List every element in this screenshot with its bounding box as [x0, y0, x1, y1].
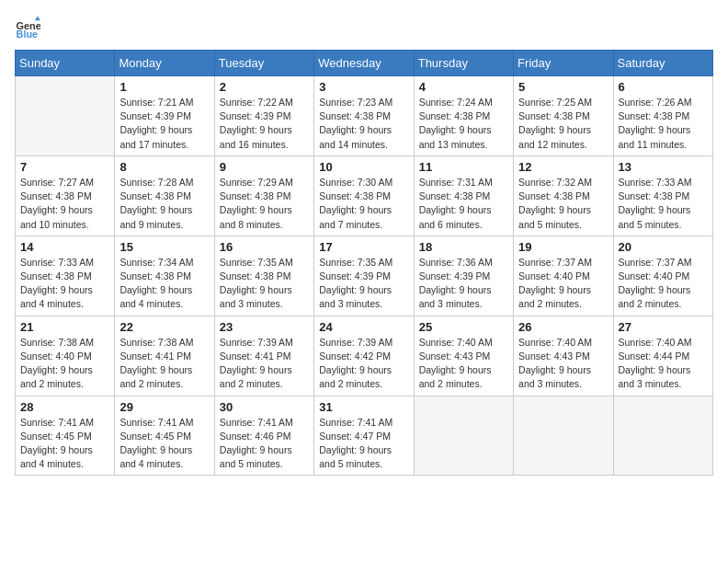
day-number: 18	[419, 240, 508, 254]
calendar-cell: 9Sunrise: 7:29 AM Sunset: 4:38 PM Daylig…	[214, 155, 313, 236]
day-number: 31	[319, 400, 408, 414]
calendar-cell: 14Sunrise: 7:33 AM Sunset: 4:38 PM Dayli…	[16, 236, 115, 316]
day-info: Sunrise: 7:35 AM Sunset: 4:38 PM Dayligh…	[220, 256, 309, 312]
calendar-header-row: SundayMondayTuesdayWednesdayThursdayFrid…	[16, 51, 713, 76]
day-info: Sunrise: 7:31 AM Sunset: 4:38 PM Dayligh…	[419, 176, 508, 232]
day-of-week-header: Thursday	[414, 51, 513, 76]
day-of-week-header: Saturday	[613, 51, 712, 76]
calendar-cell: 4Sunrise: 7:24 AM Sunset: 4:38 PM Daylig…	[414, 76, 513, 156]
calendar-cell: 24Sunrise: 7:39 AM Sunset: 4:42 PM Dayli…	[314, 316, 414, 396]
day-number: 25	[419, 320, 508, 334]
calendar-cell	[16, 76, 115, 156]
calendar-cell: 15Sunrise: 7:34 AM Sunset: 4:38 PM Dayli…	[115, 236, 214, 316]
day-info: Sunrise: 7:22 AM Sunset: 4:39 PM Dayligh…	[220, 96, 309, 152]
day-info: Sunrise: 7:29 AM Sunset: 4:38 PM Dayligh…	[220, 176, 309, 232]
logo: General Blue	[15, 15, 44, 40]
day-number: 27	[619, 320, 708, 334]
calendar-cell: 13Sunrise: 7:33 AM Sunset: 4:38 PM Dayli…	[613, 155, 712, 236]
day-number: 3	[319, 80, 408, 94]
day-number: 23	[220, 320, 309, 334]
day-number: 2	[220, 80, 309, 94]
calendar-week-row: 1Sunrise: 7:21 AM Sunset: 4:39 PM Daylig…	[16, 76, 713, 156]
page-header: General Blue	[15, 15, 713, 40]
calendar-cell: 19Sunrise: 7:37 AM Sunset: 4:40 PM Dayli…	[514, 236, 613, 316]
calendar-cell: 23Sunrise: 7:39 AM Sunset: 4:41 PM Dayli…	[214, 316, 313, 396]
day-info: Sunrise: 7:26 AM Sunset: 4:38 PM Dayligh…	[619, 96, 708, 152]
day-info: Sunrise: 7:41 AM Sunset: 4:47 PM Dayligh…	[319, 416, 408, 472]
calendar-cell	[514, 396, 613, 476]
calendar-cell: 29Sunrise: 7:41 AM Sunset: 4:45 PM Dayli…	[115, 396, 214, 476]
day-number: 6	[619, 80, 708, 94]
calendar-table: SundayMondayTuesdayWednesdayThursdayFrid…	[15, 50, 713, 476]
day-number: 20	[619, 240, 708, 254]
day-info: Sunrise: 7:36 AM Sunset: 4:39 PM Dayligh…	[419, 256, 508, 312]
day-number: 17	[319, 240, 408, 254]
day-number: 4	[419, 80, 508, 94]
day-of-week-header: Wednesday	[314, 51, 414, 76]
day-number: 10	[319, 160, 408, 174]
day-info: Sunrise: 7:40 AM Sunset: 4:43 PM Dayligh…	[419, 336, 508, 392]
day-number: 16	[220, 240, 309, 254]
day-number: 8	[119, 160, 209, 174]
day-number: 15	[119, 240, 209, 254]
calendar-cell: 20Sunrise: 7:37 AM Sunset: 4:40 PM Dayli…	[613, 236, 712, 316]
calendar-cell: 18Sunrise: 7:36 AM Sunset: 4:39 PM Dayli…	[414, 236, 513, 316]
day-info: Sunrise: 7:40 AM Sunset: 4:43 PM Dayligh…	[518, 336, 608, 392]
calendar-cell: 30Sunrise: 7:41 AM Sunset: 4:46 PM Dayli…	[214, 396, 313, 476]
calendar-cell: 16Sunrise: 7:35 AM Sunset: 4:38 PM Dayli…	[214, 236, 313, 316]
calendar-week-row: 7Sunrise: 7:27 AM Sunset: 4:38 PM Daylig…	[16, 155, 713, 236]
day-number: 9	[220, 160, 309, 174]
day-info: Sunrise: 7:23 AM Sunset: 4:38 PM Dayligh…	[319, 96, 408, 152]
day-info: Sunrise: 7:27 AM Sunset: 4:38 PM Dayligh…	[20, 176, 109, 232]
calendar-cell: 1Sunrise: 7:21 AM Sunset: 4:39 PM Daylig…	[115, 76, 214, 156]
svg-text:Blue: Blue	[17, 29, 39, 40]
day-info: Sunrise: 7:37 AM Sunset: 4:40 PM Dayligh…	[619, 256, 708, 312]
day-info: Sunrise: 7:38 AM Sunset: 4:41 PM Dayligh…	[119, 336, 209, 392]
calendar-cell: 10Sunrise: 7:30 AM Sunset: 4:38 PM Dayli…	[314, 155, 414, 236]
day-info: Sunrise: 7:39 AM Sunset: 4:41 PM Dayligh…	[220, 336, 309, 392]
day-number: 26	[518, 320, 608, 334]
day-number: 5	[518, 80, 608, 94]
day-info: Sunrise: 7:33 AM Sunset: 4:38 PM Dayligh…	[619, 176, 708, 232]
calendar-cell: 8Sunrise: 7:28 AM Sunset: 4:38 PM Daylig…	[115, 155, 214, 236]
day-number: 1	[119, 80, 209, 94]
logo-icon: General Blue	[15, 15, 40, 40]
day-info: Sunrise: 7:24 AM Sunset: 4:38 PM Dayligh…	[419, 96, 508, 152]
day-number: 22	[119, 320, 209, 334]
calendar-cell	[414, 396, 513, 476]
day-of-week-header: Sunday	[16, 51, 115, 76]
day-number: 7	[20, 160, 109, 174]
calendar-cell: 22Sunrise: 7:38 AM Sunset: 4:41 PM Dayli…	[115, 316, 214, 396]
day-info: Sunrise: 7:38 AM Sunset: 4:40 PM Dayligh…	[20, 336, 109, 392]
day-info: Sunrise: 7:25 AM Sunset: 4:38 PM Dayligh…	[518, 96, 608, 152]
calendar-week-row: 28Sunrise: 7:41 AM Sunset: 4:45 PM Dayli…	[16, 396, 713, 476]
calendar-cell	[613, 396, 712, 476]
calendar-cell: 12Sunrise: 7:32 AM Sunset: 4:38 PM Dayli…	[514, 155, 613, 236]
calendar-cell: 11Sunrise: 7:31 AM Sunset: 4:38 PM Dayli…	[414, 155, 513, 236]
day-info: Sunrise: 7:40 AM Sunset: 4:44 PM Dayligh…	[619, 336, 708, 392]
day-info: Sunrise: 7:33 AM Sunset: 4:38 PM Dayligh…	[20, 256, 109, 312]
day-info: Sunrise: 7:32 AM Sunset: 4:38 PM Dayligh…	[518, 176, 608, 232]
calendar-cell: 7Sunrise: 7:27 AM Sunset: 4:38 PM Daylig…	[16, 155, 115, 236]
day-info: Sunrise: 7:30 AM Sunset: 4:38 PM Dayligh…	[319, 176, 408, 232]
calendar-cell: 28Sunrise: 7:41 AM Sunset: 4:45 PM Dayli…	[16, 396, 115, 476]
calendar-cell: 25Sunrise: 7:40 AM Sunset: 4:43 PM Dayli…	[414, 316, 513, 396]
calendar-cell: 31Sunrise: 7:41 AM Sunset: 4:47 PM Dayli…	[314, 396, 414, 476]
day-info: Sunrise: 7:39 AM Sunset: 4:42 PM Dayligh…	[319, 336, 408, 392]
day-number: 21	[20, 320, 109, 334]
day-info: Sunrise: 7:37 AM Sunset: 4:40 PM Dayligh…	[518, 256, 608, 312]
svg-marker-2	[35, 17, 40, 21]
day-info: Sunrise: 7:41 AM Sunset: 4:45 PM Dayligh…	[20, 416, 109, 472]
day-number: 11	[419, 160, 508, 174]
calendar-cell: 5Sunrise: 7:25 AM Sunset: 4:38 PM Daylig…	[514, 76, 613, 156]
day-number: 13	[619, 160, 708, 174]
day-of-week-header: Monday	[115, 51, 214, 76]
day-number: 29	[119, 400, 209, 414]
day-number: 12	[518, 160, 608, 174]
day-of-week-header: Tuesday	[214, 51, 313, 76]
day-of-week-header: Friday	[514, 51, 613, 76]
calendar-cell: 6Sunrise: 7:26 AM Sunset: 4:38 PM Daylig…	[613, 76, 712, 156]
calendar-cell: 3Sunrise: 7:23 AM Sunset: 4:38 PM Daylig…	[314, 76, 414, 156]
day-info: Sunrise: 7:28 AM Sunset: 4:38 PM Dayligh…	[119, 176, 209, 232]
calendar-week-row: 14Sunrise: 7:33 AM Sunset: 4:38 PM Dayli…	[16, 236, 713, 316]
